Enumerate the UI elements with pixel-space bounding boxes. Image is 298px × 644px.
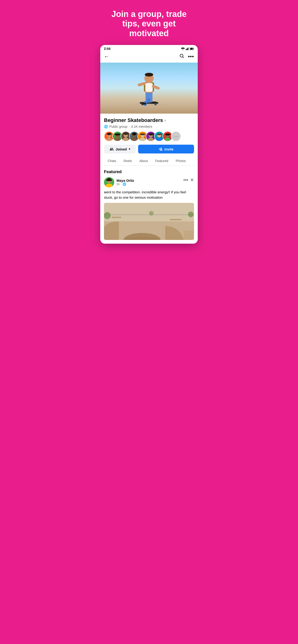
member-avatars: ··· xyxy=(104,131,194,142)
nav-bar: ← ••• xyxy=(100,52,198,62)
svg-point-48 xyxy=(165,138,171,141)
post-author-name: Maya Ortiz xyxy=(117,178,134,182)
svg-point-56 xyxy=(106,184,112,187)
group-meta: 🌐 Public group · 4.1K members xyxy=(104,125,194,128)
svg-rect-46 xyxy=(157,134,162,135)
group-name-chevron: › xyxy=(164,118,166,123)
post-content-text: went to the competition. incredible ener… xyxy=(104,190,194,200)
svg-rect-40 xyxy=(140,134,145,135)
svg-rect-25 xyxy=(152,102,156,104)
svg-rect-6 xyxy=(190,48,193,50)
featured-title: Featured xyxy=(104,170,194,174)
member-count: 4.1K members xyxy=(131,125,152,128)
post-more-button[interactable]: ••• xyxy=(183,177,188,183)
action-buttons: Joined ▾ Invite xyxy=(104,145,194,154)
post-skate-park-illustration xyxy=(104,203,194,240)
invite-label: Invite xyxy=(165,147,174,151)
svg-rect-49 xyxy=(165,134,170,136)
featured-post: Maya Ortiz 5h · 🌐 ••• ✕ xyxy=(104,177,194,240)
svg-point-64 xyxy=(104,212,111,219)
invite-button[interactable]: Invite xyxy=(138,145,194,154)
more-options-icon[interactable]: ••• xyxy=(188,54,194,60)
outer-container: Join a group, trade tips, even get motiv… xyxy=(96,0,202,253)
svg-point-39 xyxy=(139,138,146,141)
tab-chats[interactable]: Chats xyxy=(104,157,120,166)
avatar-more: ··· xyxy=(171,131,181,142)
post-privacy-icon: 🌐 xyxy=(123,182,126,186)
post-header: Maya Ortiz 5h · 🌐 ••• ✕ xyxy=(104,177,194,187)
tab-reels[interactable]: Reels xyxy=(120,157,136,166)
post-avatar xyxy=(104,177,114,187)
svg-rect-3 xyxy=(188,47,189,50)
search-icon[interactable] xyxy=(179,53,184,60)
status-time: 2:04 xyxy=(104,47,111,50)
svg-rect-63 xyxy=(104,214,194,215)
joined-button[interactable]: Joined ▾ xyxy=(104,145,136,154)
svg-rect-43 xyxy=(148,133,153,136)
svg-point-65 xyxy=(188,212,194,217)
wifi-icon xyxy=(181,47,185,50)
svg-rect-61 xyxy=(112,217,121,218)
svg-rect-60 xyxy=(184,231,194,240)
svg-point-37 xyxy=(132,132,136,136)
hero-title: Join a group, trade tips, even get motiv… xyxy=(100,9,198,38)
svg-rect-19 xyxy=(145,83,153,92)
post-dot: · xyxy=(121,182,122,186)
post-author-info: Maya Ortiz 5h · 🌐 xyxy=(117,178,134,186)
group-name: Beginner Skateboarders xyxy=(104,117,163,123)
tab-photos[interactable]: Photos xyxy=(172,157,190,166)
svg-point-27 xyxy=(106,138,112,141)
svg-point-30 xyxy=(114,138,120,141)
invite-icon xyxy=(159,147,163,151)
svg-point-36 xyxy=(131,138,137,141)
skater-illustration xyxy=(128,65,170,109)
tab-featured[interactable]: Featured xyxy=(152,157,172,166)
svg-point-21 xyxy=(145,73,153,76)
featured-section: Featured xyxy=(100,166,198,244)
post-time: 5h xyxy=(117,182,120,186)
svg-rect-28 xyxy=(107,133,111,135)
svg-point-42 xyxy=(148,138,154,141)
globe-icon: 🌐 xyxy=(104,125,108,128)
phone-frame: 2:04 xyxy=(100,45,198,244)
joined-label: Joined xyxy=(116,147,127,151)
svg-point-54 xyxy=(106,179,108,181)
post-avatar-image xyxy=(104,177,114,187)
group-info: Beginner Skateboarders › 🌐 Public group … xyxy=(100,114,198,166)
cover-image xyxy=(100,62,198,114)
svg-point-45 xyxy=(156,138,162,141)
dot-separator: · xyxy=(129,125,130,128)
post-author-row: Maya Ortiz 5h · 🌐 xyxy=(104,177,134,187)
joined-icon xyxy=(110,147,114,151)
nav-actions: ••• xyxy=(179,53,194,60)
svg-rect-0 xyxy=(186,49,186,50)
post-close-button[interactable]: ✕ xyxy=(190,177,194,183)
svg-point-12 xyxy=(154,103,157,106)
battery-icon xyxy=(190,48,194,50)
status-icons xyxy=(181,47,194,50)
svg-line-8 xyxy=(183,57,184,58)
svg-rect-5 xyxy=(194,48,194,49)
svg-rect-31 xyxy=(115,134,120,136)
post-actions: ••• ✕ xyxy=(183,177,194,183)
back-button[interactable]: ← xyxy=(104,54,109,60)
svg-rect-1 xyxy=(187,48,187,50)
group-type: Public group xyxy=(109,125,127,128)
tab-nav: Chats Reels About Featured Photos xyxy=(104,157,194,166)
signal-icon xyxy=(186,47,189,50)
group-name-row: Beginner Skateboarders › xyxy=(104,117,194,123)
tab-about[interactable]: About xyxy=(136,157,152,166)
svg-point-66 xyxy=(149,211,154,216)
svg-point-33 xyxy=(123,138,129,141)
post-image xyxy=(104,203,194,240)
status-bar: 2:04 xyxy=(100,45,198,52)
svg-rect-24 xyxy=(142,103,146,104)
post-meta: 5h · 🌐 xyxy=(117,182,134,186)
joined-chevron: ▾ xyxy=(129,148,130,151)
svg-point-34 xyxy=(123,132,128,135)
svg-rect-62 xyxy=(170,219,181,220)
svg-point-55 xyxy=(110,179,112,181)
svg-rect-2 xyxy=(187,48,188,50)
